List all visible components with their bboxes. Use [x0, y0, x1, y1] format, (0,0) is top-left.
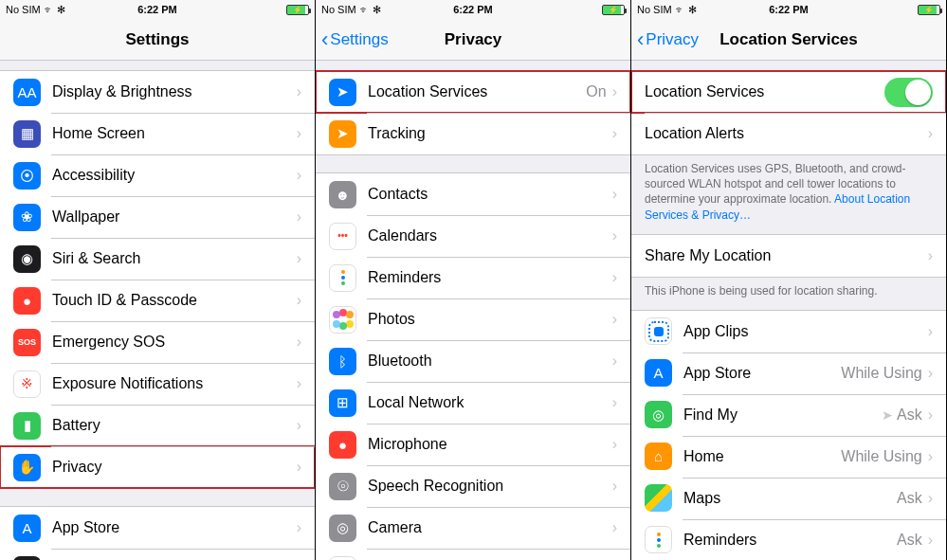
settings-list[interactable]: AADisplay & Brightness›▦Home Screen›⦿Acc… — [0, 61, 315, 560]
chevron-right-icon: › — [928, 365, 933, 382]
privacy-list[interactable]: ➤Location ServicesOn›➤Tracking›☻Contacts… — [316, 61, 630, 560]
page-title: Settings — [125, 30, 189, 49]
display-brightness-row[interactable]: AADisplay & Brightness› — [0, 71, 315, 113]
accessibility-row[interactable]: ⦿Accessibility› — [0, 154, 315, 196]
chevron-right-icon: › — [928, 125, 933, 142]
chevron-right-icon: › — [297, 167, 301, 184]
back-label: Settings — [330, 30, 388, 49]
wallet-apple-pay-row[interactable]: ▭Wallet & Apple Pay› — [0, 549, 315, 560]
chevron-right-icon: › — [297, 125, 301, 142]
app-clips-row[interactable]: App Clips› — [631, 311, 946, 352]
clock: 6:22 PM — [137, 4, 177, 15]
privacy-row[interactable]: ✋Privacy› — [0, 446, 315, 488]
exposure-notifications-icon: ※ — [13, 370, 41, 398]
chevron-right-icon: › — [612, 269, 617, 286]
siri-search-row[interactable]: ◉Siri & Search› — [0, 238, 315, 280]
contacts-row[interactable]: ☻Contacts› — [316, 173, 630, 215]
row-value: On — [586, 83, 606, 100]
row-label: Find My — [683, 406, 882, 424]
row-label: Photos — [368, 311, 612, 328]
find-my-row[interactable]: ◎Find My➤Ask› — [631, 394, 946, 436]
local-network-row[interactable]: ⊞Local Network› — [316, 382, 630, 424]
wallpaper-row[interactable]: ❀Wallpaper› — [0, 196, 315, 238]
row-label: Calendars — [368, 227, 612, 244]
chevron-right-icon: › — [297, 334, 301, 351]
camera-icon: ◎ — [329, 515, 356, 542]
home-screen-row[interactable]: ▦Home Screen› — [0, 113, 315, 154]
chevron-right-icon: › — [612, 352, 617, 370]
microphone-row[interactable]: ●Microphone› — [316, 424, 630, 465]
chevron-right-icon: › — [928, 247, 933, 264]
local-network-icon: ⊞ — [329, 389, 356, 417]
chevron-right-icon: › — [612, 83, 617, 100]
app-store-row[interactable]: AApp StoreWhile Using› — [631, 352, 946, 394]
reminders-icon — [645, 526, 672, 553]
reminders-icon — [329, 264, 356, 292]
home-screen-icon: ▦ — [13, 120, 41, 148]
chevron-right-icon: › — [297, 292, 301, 309]
health-row[interactable]: ♥Health› — [316, 549, 630, 560]
speech-recognition-row[interactable]: ⦾Speech Recognition› — [316, 465, 630, 507]
bluetooth-row[interactable]: ᛒBluetooth› — [316, 340, 630, 382]
share-my-location-row[interactable]: Share My Location › — [631, 235, 946, 277]
location-services-row[interactable]: ➤Location ServicesOn› — [316, 71, 630, 113]
location-services-description: Location Services uses GPS, Bluetooth, a… — [631, 155, 946, 226]
battery-charging-icon: ⚡ — [602, 5, 625, 15]
app-clips-icon — [645, 317, 672, 345]
location-services-toggle-row[interactable]: Location Services — [631, 71, 946, 113]
chevron-right-icon: › — [297, 83, 301, 100]
toggle-label: Location Services — [645, 83, 884, 100]
screen-settings: No SIM ᯤ ✻ 6:22 PM ⚡ Settings AADisplay … — [0, 0, 316, 560]
row-label: Camera — [368, 519, 612, 536]
back-label: Privacy — [646, 30, 699, 49]
photos-row[interactable]: Photos› — [316, 298, 630, 340]
row-label: Home — [683, 448, 841, 465]
tracking-row[interactable]: ➤Tracking› — [316, 113, 630, 154]
row-label: Reminders — [368, 269, 612, 286]
row-label: Local Network — [368, 394, 612, 411]
back-button[interactable]: ‹ Privacy — [637, 29, 699, 50]
exposure-notifications-row[interactable]: ※Exposure Notifications› — [0, 363, 315, 405]
row-label: Wallpaper — [52, 208, 297, 226]
location-services-list[interactable]: Location Services Location Alerts › Loca… — [631, 61, 946, 560]
app-store-icon: A — [13, 515, 41, 542]
chevron-right-icon: › — [297, 208, 301, 226]
maps-row[interactable]: MapsAsk› — [631, 478, 946, 519]
row-label: Home Screen — [52, 125, 297, 142]
chevron-right-icon: › — [928, 490, 933, 507]
row-label: Location Alerts — [645, 125, 928, 142]
wifi-icon: ᯤ — [359, 4, 370, 15]
row-label: Share My Location — [645, 247, 928, 264]
location-alerts-row[interactable]: Location Alerts › — [631, 113, 946, 154]
home-row[interactable]: ⌂HomeWhile Using› — [631, 436, 946, 478]
battery-row[interactable]: ▮Battery› — [0, 405, 315, 446]
camera-row[interactable]: ◎Camera› — [316, 507, 630, 549]
bluetooth-icon: ᛒ — [329, 348, 356, 375]
chevron-right-icon: › — [612, 436, 617, 453]
touch-id-passcode-row[interactable]: ●Touch ID & Passcode› — [0, 280, 315, 321]
battery-icon: ▮ — [13, 412, 41, 440]
chevron-left-icon: ‹ — [321, 29, 328, 50]
tracking-icon: ➤ — [329, 120, 356, 148]
wallet-apple-pay-icon: ▭ — [13, 556, 41, 561]
row-label: Display & Brightness — [52, 83, 297, 100]
row-value: ➤Ask — [882, 406, 922, 424]
photos-icon — [329, 306, 356, 334]
wifi-icon: ᯤ — [44, 4, 54, 15]
app-store-row[interactable]: AApp Store› — [0, 507, 315, 549]
row-label: Siri & Search — [52, 250, 297, 267]
calendars-row[interactable]: •••Calendars› — [316, 215, 630, 257]
screen-location-services: No SIM ᯤ ✻ 6:22 PM ⚡ ‹ Privacy Location … — [631, 0, 947, 560]
reminders-row[interactable]: Reminders› — [316, 257, 630, 298]
location-services-toggle[interactable] — [884, 78, 933, 107]
row-label: Privacy — [52, 459, 297, 476]
chevron-right-icon: › — [297, 250, 301, 267]
reminders-row[interactable]: RemindersAsk› — [631, 519, 946, 560]
speech-recognition-icon: ⦾ — [329, 473, 356, 500]
wifi-icon: ᯤ — [675, 4, 685, 15]
emergency-sos-row[interactable]: SOSEmergency SOS› — [0, 321, 315, 363]
chevron-left-icon: ‹ — [637, 29, 644, 50]
row-value: Ask — [897, 490, 922, 507]
chevron-right-icon: › — [612, 125, 617, 142]
back-button[interactable]: ‹ Settings — [321, 29, 389, 50]
